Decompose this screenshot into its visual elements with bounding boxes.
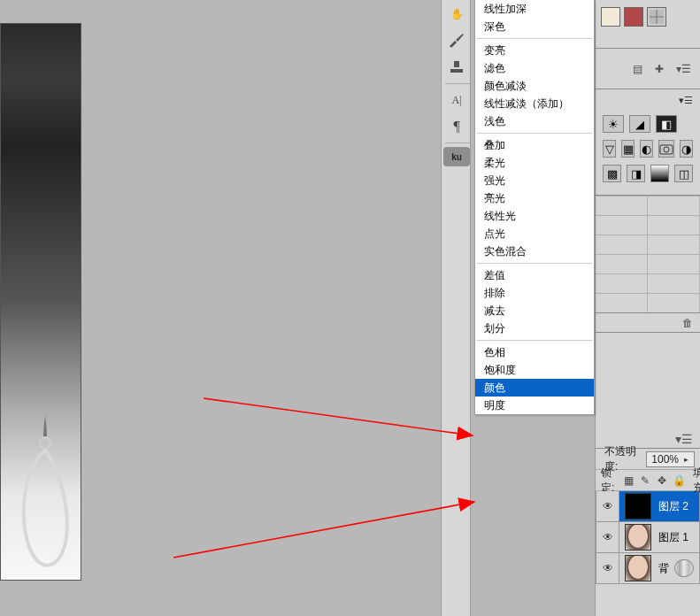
separator (477, 340, 592, 341)
adj-levels-icon[interactable]: ◢ (629, 115, 650, 133)
swatch[interactable] (601, 7, 620, 27)
blend-mode-option[interactable]: 浅色 (475, 112, 594, 130)
separator (477, 38, 592, 39)
separator (477, 133, 592, 134)
layer-row[interactable]: 👁背 (596, 552, 700, 584)
layer-thumbnail[interactable] (625, 524, 651, 551)
layer-list: 👁图层 2👁图层 1👁背 (596, 491, 700, 584)
adj-invert-icon[interactable]: ▩ (603, 165, 621, 182)
tool-options-bar: ✋ A| ¶ ku (441, 0, 471, 616)
blend-mode-option[interactable]: 强光 (475, 172, 594, 189)
svg-point-0 (40, 438, 50, 449)
blend-mode-option[interactable]: 划分 (475, 320, 594, 337)
kuler-icon[interactable]: ku (443, 147, 470, 166)
swatch[interactable] (624, 7, 643, 27)
svg-point-5 (664, 147, 669, 152)
blend-mode-option[interactable]: 明度 (475, 397, 594, 414)
blend-mode-option[interactable]: 颜色减淡 (475, 77, 594, 95)
blend-mode-dropdown[interactable]: 线性加深深色变亮滤色颜色减淡线性减淡（添加）浅色叠加柔光强光亮光线性光点光实色混… (474, 0, 595, 415)
adj-bw-icon[interactable]: ◐ (640, 140, 653, 158)
blend-mode-option[interactable]: 实色混合 (475, 243, 594, 260)
adj-vibrance-icon[interactable]: ▽ (603, 140, 616, 158)
separator (445, 83, 472, 84)
layer-thumbnail[interactable] (625, 493, 651, 520)
blend-mode-option[interactable]: 线性光 (475, 207, 594, 225)
layer-row[interactable]: 👁图层 2 (596, 491, 700, 522)
adj-exposure-icon[interactable]: ◧ (656, 115, 677, 133)
svg-rect-1 (454, 61, 459, 67)
swatch-pattern-icon[interactable] (647, 7, 666, 27)
adj-selective-icon[interactable]: ◫ (674, 165, 693, 182)
lock-position-icon[interactable]: ✥ (655, 474, 669, 488)
adj-brightness-icon[interactable]: ☀ (603, 115, 624, 133)
opacity-input[interactable]: 100%▸ (646, 451, 695, 467)
lock-pixels-icon[interactable]: ✎ (638, 474, 652, 488)
hand-tool-icon[interactable]: ✋ (443, 2, 470, 27)
separator (477, 263, 592, 264)
blend-mode-option[interactable]: 滤色 (475, 59, 594, 77)
visibility-eye-icon[interactable]: 👁 (596, 553, 619, 583)
info-icon[interactable]: ✚ (655, 63, 664, 75)
blend-mode-option[interactable]: 饱和度 (475, 361, 594, 379)
svg-rect-2 (450, 69, 463, 73)
earring-graphic (19, 413, 72, 573)
blend-mode-option[interactable]: 排除 (475, 284, 594, 302)
blend-mode-option[interactable]: 变亮 (475, 42, 594, 59)
brush-tool-icon[interactable] (443, 28, 470, 53)
adj-mixer-icon[interactable]: ◑ (680, 140, 693, 158)
panel-icon-strip: ▤ ✚ ▾☰ (596, 49, 700, 89)
blend-mode-option[interactable]: 柔光 (475, 154, 594, 172)
blend-mode-option[interactable]: 颜色 (475, 379, 594, 397)
blend-mode-option[interactable]: 色相 (475, 343, 594, 361)
blend-mode-option[interactable]: 点光 (475, 225, 594, 243)
adj-gradient-icon[interactable] (650, 165, 669, 182)
histogram-icon[interactable]: ▤ (633, 63, 642, 75)
grid-footer-strip: 🗑 (596, 313, 700, 333)
adj-photo-icon[interactable] (658, 140, 674, 158)
lock-fill-row: 锁定: ▦ ✎ ✥ 🔒 填充: 100%▸ (596, 470, 700, 491)
layer-name[interactable]: 图层 2 (657, 499, 688, 514)
canvas-area (0, 0, 441, 616)
type-vertical-icon[interactable]: A| (443, 88, 470, 112)
adj-hue-icon[interactable]: ▦ (621, 140, 635, 158)
visibility-eye-icon[interactable]: 👁 (596, 491, 619, 521)
paragraph-icon[interactable]: ¶ (443, 114, 470, 139)
lock-transparent-icon[interactable]: ▦ (621, 474, 635, 488)
layer-name[interactable]: 图层 1 (657, 530, 688, 545)
blend-mode-option[interactable]: 差值 (475, 266, 594, 284)
swatches-panel (596, 0, 700, 49)
blend-mode-option[interactable]: 亮光 (475, 189, 594, 207)
stamp-tool-icon[interactable] (443, 55, 470, 80)
blend-mode-option[interactable]: 线性减淡（添加） (475, 95, 594, 112)
blend-mode-option[interactable]: 线性加深 (475, 0, 594, 18)
document-photo[interactable] (0, 23, 81, 581)
layer-effect-smudge (674, 559, 694, 577)
trash-icon[interactable]: 🗑 (682, 317, 693, 329)
right-panel-dock: ▤ ✚ ▾☰ ▾☰ ☀ ◢ ◧ ▽ ▦ ◐ ◑ ▩ ◨ ◫ (595, 0, 700, 616)
layer-name[interactable]: 背 (657, 561, 669, 576)
empty-presets-grid (596, 196, 700, 313)
adj-threshold-icon[interactable]: ◨ (627, 165, 645, 182)
blend-mode-option[interactable]: 减去 (475, 302, 594, 320)
visibility-eye-icon[interactable]: 👁 (596, 522, 619, 552)
blend-mode-option[interactable]: 叠加 (475, 136, 594, 154)
separator (445, 142, 472, 143)
adjustments-panel: ▾☰ ☀ ◢ ◧ ▽ ▦ ◐ ◑ ▩ ◨ ◫ (596, 89, 700, 196)
panel-menu-icon[interactable]: ▾☰ (596, 95, 700, 106)
blend-mode-option[interactable]: 深色 (475, 18, 594, 35)
menu-icon[interactable]: ▾☰ (676, 63, 691, 75)
layer-row[interactable]: 👁图层 1 (596, 521, 700, 553)
lock-all-icon[interactable]: 🔒 (672, 474, 686, 488)
layers-panel: ▾☰ 不透明度: 100%▸ 锁定: ▦ ✎ ✥ 🔒 填充: (596, 429, 700, 616)
layer-thumbnail[interactable] (625, 555, 651, 581)
